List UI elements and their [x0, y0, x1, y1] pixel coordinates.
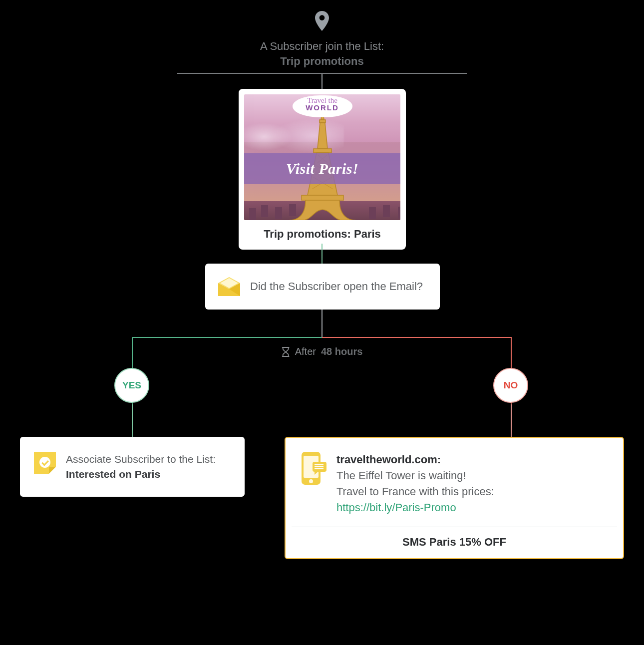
yes-action-line1: Associate Subscriber to the List: [66, 452, 216, 467]
condition-text: Did the Subscriber open the Email? [250, 280, 423, 293]
connector [322, 74, 322, 89]
connector-yes [132, 337, 322, 338]
delay-label: After 48 hours [282, 346, 363, 357]
action-associate-list[interactable]: Associate Subscriber to the List: Intere… [20, 437, 245, 497]
sms-phone-icon [300, 452, 325, 485]
banner-text: Visit Paris! [286, 160, 358, 177]
sms-body-line1: The Eiffel Tower is waiting! [336, 468, 494, 484]
delay-value: 48 hours [321, 346, 362, 357]
no-label: NO [504, 380, 518, 391]
trigger-description: A Subscriber join the List: Trip promoti… [260, 39, 384, 69]
delay-prefix: After [295, 346, 316, 357]
branch-no-badge: NO [493, 368, 528, 403]
condition-node[interactable]: Did the Subscriber open the Email? [205, 264, 440, 310]
email-preview-image: Travel the WORLD Visit Paris! [244, 94, 400, 220]
branch-yes-badge: YES [114, 368, 149, 403]
sms-body-line2: Travel to France with this prices: [336, 484, 494, 500]
email-banner: Visit Paris! [244, 153, 400, 184]
sms-sender: traveltheworld.com: [336, 452, 494, 468]
connector [322, 310, 322, 337]
sms-link[interactable]: https://bit.ly/Paris-Promo [336, 500, 494, 516]
connector-no [322, 337, 511, 338]
email-node[interactable]: Travel the WORLD Visit Paris! Trip promo… [239, 89, 406, 250]
yes-action-list-name: Interested on Paris [66, 467, 216, 482]
email-open-icon [217, 276, 241, 297]
brand-badge: Travel the WORLD [293, 95, 352, 117]
trigger-line1: A Subscriber join the List: [260, 39, 384, 54]
connector [322, 244, 322, 264]
automation-flow-canvas: A Subscriber join the List: Trip promoti… [0, 0, 644, 645]
yes-label: YES [122, 380, 141, 391]
action-send-sms[interactable]: traveltheworld.com: The Eiffel Tower is … [285, 437, 624, 559]
start-pin-icon [314, 11, 330, 33]
badge-line2: WORLD [293, 104, 352, 112]
connector-no [511, 404, 512, 437]
connector-yes [132, 404, 133, 437]
sms-campaign-name: SMS Paris 15% OFF [286, 527, 623, 558]
list-note-icon [34, 452, 56, 474]
trigger-list-name: Trip promotions [260, 54, 384, 69]
hourglass-icon [282, 347, 290, 357]
